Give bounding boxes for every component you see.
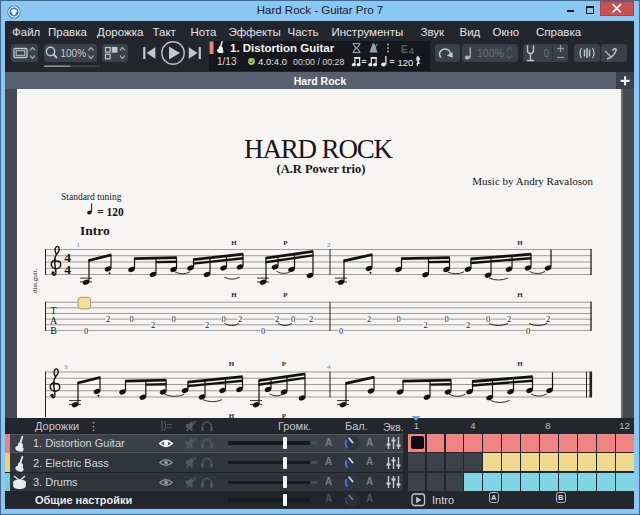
svg-text:100%: 100% (61, 48, 87, 59)
svg-text:Standard tuning: Standard tuning (61, 192, 122, 202)
svg-text:2: 2 (309, 314, 313, 324)
svg-text:0: 0 (171, 314, 175, 324)
svg-text:P: P (282, 412, 287, 420)
svg-text:0: 0 (486, 314, 490, 324)
svg-text:2: 2 (205, 320, 209, 330)
svg-text:2: 2 (327, 241, 331, 249)
svg-text:dist.guit.: dist.guit. (31, 268, 39, 293)
svg-text:2: 2 (106, 314, 110, 324)
svg-text:P: P (283, 291, 288, 299)
svg-text:= 120: = 120 (97, 206, 124, 218)
svg-text:4: 4 (64, 262, 71, 277)
svg-text:H: H (231, 291, 237, 299)
svg-text:0: 0 (396, 314, 400, 324)
svg-text:4: 4 (327, 363, 331, 371)
svg-text:2: 2 (423, 320, 427, 330)
svg-text:H: H (517, 291, 523, 299)
svg-text:0: 0 (544, 47, 550, 59)
svg-text:2: 2 (238, 314, 242, 324)
svg-text:H: H (517, 239, 523, 247)
svg-text:P: P (283, 239, 288, 247)
svg-text:0: 0 (221, 314, 225, 324)
svg-text:H: H (229, 412, 235, 420)
svg-text:100%: 100% (477, 47, 504, 59)
svg-text:H: H (231, 239, 237, 247)
svg-text:0: 0 (444, 314, 448, 324)
svg-text:H: H (517, 360, 523, 368)
svg-text:0: 0 (291, 314, 295, 324)
svg-text:0: 0 (84, 326, 88, 336)
svg-text:0: 0 (261, 326, 265, 336)
svg-text:P: P (282, 360, 287, 368)
svg-text:HARD ROCK: HARD ROCK (244, 134, 394, 164)
svg-text:120: 120 (398, 57, 414, 68)
svg-text:1/13: 1/13 (217, 56, 237, 67)
svg-text:2: 2 (275, 314, 279, 324)
svg-text:1. Distortion Guitar: 1. Distortion Guitar (230, 42, 335, 54)
svg-text:4: 4 (409, 46, 414, 56)
svg-text:4.0:4.0: 4.0:4.0 (258, 56, 287, 67)
svg-text:(A.R Power trio): (A.R Power trio) (277, 162, 366, 176)
svg-text:Intro: Intro (80, 223, 110, 238)
svg-text:2: 2 (546, 314, 550, 324)
svg-text:2: 2 (466, 320, 470, 330)
svg-text:0: 0 (526, 326, 530, 336)
svg-text:B: B (50, 325, 57, 336)
svg-text:2: 2 (151, 320, 155, 330)
svg-text:2: 2 (507, 314, 511, 324)
svg-text:3: 3 (64, 363, 68, 371)
svg-text:0: 0 (129, 314, 133, 324)
svg-text:E: E (401, 43, 408, 55)
svg-text:0: 0 (339, 326, 343, 336)
svg-text:=: = (390, 57, 395, 67)
svg-text:00:00 / 00:28: 00:00 / 00:28 (293, 57, 344, 67)
svg-text:H: H (229, 360, 235, 368)
svg-text:=: = (362, 57, 367, 67)
svg-text:2: 2 (367, 314, 371, 324)
svg-text:1: 1 (77, 241, 81, 249)
svg-text:Music by Andry Ravaloson: Music by Andry Ravaloson (472, 175, 593, 187)
